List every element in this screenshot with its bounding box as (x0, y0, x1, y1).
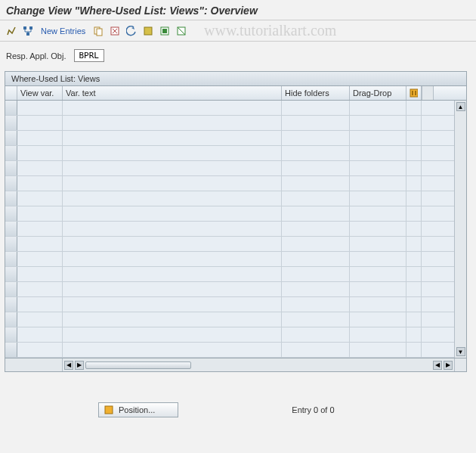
table-row[interactable] (5, 161, 454, 176)
cell-text[interactable] (63, 206, 282, 221)
cell-view[interactable] (17, 312, 63, 327)
scroll-right-arrow-2[interactable]: ▶ (444, 361, 453, 370)
cell-text[interactable] (63, 176, 282, 191)
copy-icon[interactable] (91, 24, 105, 38)
col-header-hide[interactable]: Hide folders (282, 86, 350, 100)
table-row[interactable] (5, 252, 454, 267)
cell-view[interactable] (17, 267, 63, 281)
table-row[interactable] (5, 101, 454, 116)
cell-view[interactable] (17, 327, 63, 342)
horizontal-scrollbar[interactable]: ◀ ▶ ◀ ▶ (5, 358, 466, 371)
delete-icon[interactable] (108, 24, 122, 38)
cell-view[interactable] (17, 282, 63, 296)
cell-hide[interactable] (282, 343, 350, 357)
cell-hide[interactable] (282, 252, 350, 266)
cell-text[interactable] (63, 267, 282, 281)
cell-drag[interactable] (350, 146, 406, 160)
table-row[interactable] (5, 327, 454, 343)
table-settings-icon[interactable] (406, 86, 422, 100)
table-row[interactable] (5, 297, 454, 312)
select-block-icon[interactable] (158, 24, 172, 38)
cell-view[interactable] (17, 222, 63, 236)
cell-text[interactable] (63, 191, 282, 206)
cell-drag[interactable] (350, 343, 406, 357)
cell-hide[interactable] (282, 297, 350, 312)
col-header-text[interactable]: Var. text (63, 86, 282, 100)
table-row[interactable] (5, 191, 454, 206)
col-header-drag[interactable]: Drag-Drop (350, 86, 406, 100)
cell-hide[interactable] (282, 161, 350, 175)
cell-text[interactable] (63, 282, 282, 296)
table-row[interactable] (5, 282, 454, 297)
cell-text[interactable] (63, 327, 282, 342)
row-selector[interactable] (5, 237, 17, 251)
table-row[interactable] (5, 206, 454, 222)
table-row[interactable] (5, 116, 454, 131)
row-selector[interactable] (5, 222, 17, 236)
cell-text[interactable] (63, 161, 282, 175)
cell-drag[interactable] (350, 297, 406, 312)
cell-view[interactable] (17, 161, 63, 175)
row-selector[interactable] (5, 131, 17, 145)
scroll-right-arrow-1[interactable]: ▶ (75, 361, 84, 370)
cell-hide[interactable] (282, 101, 350, 115)
cell-hide[interactable] (282, 237, 350, 251)
row-selector[interactable] (5, 343, 17, 357)
cell-view[interactable] (17, 237, 63, 251)
row-selector[interactable] (5, 297, 17, 312)
field-value-resp-appl-obj[interactable]: BPRL (74, 49, 105, 62)
row-selector[interactable] (5, 191, 17, 206)
cell-drag[interactable] (350, 161, 406, 175)
scroll-down-arrow[interactable]: ▼ (456, 347, 465, 356)
table-row[interactable] (5, 222, 454, 237)
cell-view[interactable] (17, 116, 63, 130)
cell-drag[interactable] (350, 282, 406, 296)
cell-hide[interactable] (282, 176, 350, 191)
vertical-scrollbar[interactable]: ▲ ▼ (454, 101, 466, 358)
table-row[interactable] (5, 237, 454, 252)
select-all-icon[interactable] (141, 24, 155, 38)
row-selector[interactable] (5, 101, 17, 115)
cell-drag[interactable] (350, 191, 406, 206)
cell-view[interactable] (17, 206, 63, 221)
cell-drag[interactable] (350, 267, 406, 281)
table-row[interactable] (5, 131, 454, 146)
cell-text[interactable] (63, 312, 282, 327)
cell-hide[interactable] (282, 222, 350, 236)
row-selector[interactable] (5, 176, 17, 191)
cell-hide[interactable] (282, 206, 350, 221)
row-selector[interactable] (5, 146, 17, 160)
cell-drag[interactable] (350, 327, 406, 342)
cell-drag[interactable] (350, 312, 406, 327)
cell-drag[interactable] (350, 176, 406, 191)
cell-hide[interactable] (282, 282, 350, 296)
row-selector[interactable] (5, 116, 17, 130)
cell-hide[interactable] (282, 312, 350, 327)
cell-drag[interactable] (350, 116, 406, 130)
position-button[interactable]: Position... (98, 402, 178, 417)
cell-text[interactable] (63, 222, 282, 236)
cell-text[interactable] (63, 252, 282, 266)
scroll-thumb[interactable] (85, 361, 191, 369)
cell-hide[interactable] (282, 116, 350, 130)
row-selector[interactable] (5, 252, 17, 266)
cell-hide[interactable] (282, 146, 350, 160)
row-selector[interactable] (5, 282, 17, 296)
deselect-all-icon[interactable] (175, 24, 188, 38)
change-icon[interactable] (5, 24, 18, 38)
table-row[interactable] (5, 267, 454, 282)
cell-view[interactable] (17, 176, 63, 191)
row-selector[interactable] (5, 161, 17, 175)
cell-view[interactable] (17, 146, 63, 160)
cell-drag[interactable] (350, 237, 406, 251)
cell-hide[interactable] (282, 131, 350, 145)
row-selector[interactable] (5, 312, 17, 327)
cell-text[interactable] (63, 101, 282, 115)
cell-text[interactable] (63, 116, 282, 130)
table-row[interactable] (5, 146, 454, 161)
row-selector[interactable] (5, 206, 17, 221)
cell-view[interactable] (17, 343, 63, 357)
table-row[interactable] (5, 343, 454, 358)
cell-view[interactable] (17, 297, 63, 312)
cell-hide[interactable] (282, 191, 350, 206)
